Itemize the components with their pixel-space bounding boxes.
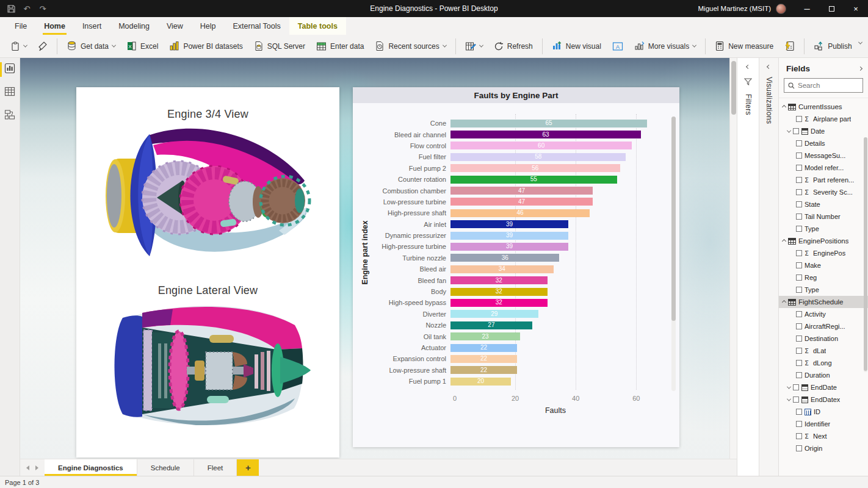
close-button[interactable]: × [844, 0, 868, 17]
field-next[interactable]: ΣNext [779, 430, 868, 442]
bar-actuator[interactable]: 22 [450, 344, 517, 352]
bar-expansion-control[interactable]: 22 [450, 355, 517, 363]
field-make[interactable]: Make [779, 259, 868, 271]
checkbox[interactable] [796, 262, 802, 268]
fields-table-fightschedule[interactable]: FightSchedule [779, 296, 868, 308]
bar-high-pressure-shaft[interactable]: 46 [450, 209, 590, 217]
bar-turbine-nozzle[interactable]: 36 [450, 254, 559, 262]
checkbox[interactable] [796, 165, 802, 171]
chevron-down-icon[interactable] [787, 396, 791, 401]
bar-high-speed-bypass[interactable]: 32 [450, 299, 548, 307]
sidebar-item-data-view[interactable] [0, 85, 20, 101]
checkbox[interactable] [793, 128, 799, 134]
bar-combustion-chamber[interactable]: 47 [450, 187, 593, 195]
field-tail-number[interactable]: Tail Number [779, 210, 868, 223]
more-visuals-button[interactable]: More visuals [629, 37, 701, 56]
field-destination[interactable]: Destination [779, 332, 868, 345]
field-enginepos[interactable]: ΣEnginePos [779, 247, 868, 259]
ribbon-tab-file[interactable]: File [6, 17, 35, 35]
chart-scrollbar[interactable] [671, 117, 676, 391]
canvas-scrollbar[interactable] [729, 58, 737, 459]
canvas-scrollbar-thumb[interactable] [731, 61, 736, 115]
checkbox[interactable] [796, 311, 802, 317]
field-enddatex[interactable]: EndDatex [779, 393, 868, 406]
chart-scrollbar-thumb[interactable] [671, 117, 676, 321]
checkbox[interactable] [796, 360, 802, 366]
checkbox[interactable] [796, 421, 802, 427]
transform-data-button[interactable] [460, 37, 488, 56]
checkbox[interactable] [796, 409, 802, 415]
checkbox[interactable] [796, 140, 802, 146]
bar-cone[interactable]: 65 [450, 120, 647, 127]
page-tab-fleet[interactable]: Fleet [194, 459, 237, 476]
bar-air-inlet[interactable]: 39 [450, 220, 568, 228]
format-painter-button[interactable] [32, 37, 53, 56]
bar-oil-tank[interactable]: 23 [450, 332, 520, 340]
field-type[interactable]: Type [779, 284, 868, 296]
checkbox[interactable] [796, 445, 802, 451]
field-origin[interactable]: Origin [779, 442, 868, 454]
bar-bleed-fan[interactable]: 32 [450, 276, 548, 284]
bar-fuel-pump-1[interactable]: 20 [450, 378, 511, 386]
field-reg[interactable]: Reg [779, 271, 868, 284]
save-icon[interactable] [6, 4, 16, 13]
chevron-down-icon[interactable] [787, 128, 791, 132]
checkbox[interactable] [793, 396, 799, 403]
bar-bleed-air[interactable]: 34 [450, 265, 554, 273]
page-tab-schedule[interactable]: Schedule [137, 459, 194, 476]
ribbon-tab-help[interactable]: Help [192, 17, 225, 35]
fields-search-input[interactable] [798, 82, 859, 89]
text-box-button[interactable]: A [607, 37, 629, 56]
enter-data-button[interactable]: Enter data [311, 37, 369, 56]
bar-flow-control[interactable]: 60 [450, 142, 632, 149]
checkbox[interactable] [796, 177, 802, 183]
ribbon-tab-external-tools[interactable]: External Tools [224, 17, 289, 35]
field-part-referen-[interactable]: ΣPart referen... [779, 174, 868, 186]
get-data-button[interactable]: Get data [61, 37, 121, 56]
field-dlong[interactable]: ΣdLong [779, 357, 868, 369]
page-next-icon[interactable] [35, 465, 38, 470]
chevron-up-icon[interactable] [782, 239, 786, 243]
field-airplane-part[interactable]: ΣAirplane part [779, 113, 868, 125]
bar-diverter[interactable]: 29 [450, 310, 538, 318]
power-bi-datasets-button[interactable]: Power BI datasets [164, 37, 248, 56]
field-details[interactable]: Details [779, 137, 868, 149]
redo-icon[interactable]: ↷ [38, 4, 48, 13]
field-duration[interactable]: Duration [779, 369, 868, 381]
publish-button[interactable]: Publish [808, 37, 857, 56]
chevron-up-icon[interactable] [782, 104, 786, 109]
bar-low-pressure-shaft[interactable]: 22 [450, 366, 517, 374]
checkbox[interactable] [796, 214, 802, 220]
checkbox[interactable] [796, 189, 802, 195]
filters-pane-collapsed[interactable]: Filters [737, 58, 759, 476]
ribbon-tab-view[interactable]: View [158, 17, 192, 35]
bar-low-pressure-turbine[interactable]: 47 [450, 198, 593, 206]
ribbon-tab-insert[interactable]: Insert [74, 17, 110, 35]
field-aircraftregi-[interactable]: AircraftRegi... [779, 320, 868, 332]
bar-high-pressure-turbine[interactable]: 39 [450, 243, 568, 251]
visual-faults-chart[interactable]: Faults by Engine Part Engine part index … [353, 87, 679, 447]
visualizations-pane-collapsed[interactable]: Visualizations [759, 58, 778, 476]
bar-counter-rotation[interactable]: 55 [450, 176, 617, 184]
field-activity[interactable]: Activity [779, 308, 868, 320]
new-page-button[interactable]: + [237, 459, 259, 476]
sql-server-button[interactable]: SQL Server [248, 37, 311, 56]
bar-fuel-filter[interactable]: 58 [450, 153, 626, 161]
bar-bleed-air-channel[interactable]: 63 [450, 131, 641, 138]
bar-body[interactable]: 32 [450, 288, 548, 296]
checkbox[interactable] [796, 372, 802, 378]
user-name[interactable]: Miguel Martinez (MSIT) [698, 5, 772, 12]
field-enddate[interactable]: EndDate [779, 381, 868, 393]
checkbox[interactable] [796, 226, 802, 232]
bar-fuel-pump-2[interactable]: 56 [450, 164, 620, 172]
visual-engine-views[interactable]: Engine 3/4 View [76, 87, 339, 458]
field-state[interactable]: State [779, 198, 868, 210]
refresh-button[interactable]: Refresh [488, 37, 538, 56]
fields-table-enginepositions[interactable]: EnginePositions [779, 235, 868, 247]
page-tab-engine-diagnostics[interactable]: Engine Diagnostics [45, 459, 137, 476]
checkbox[interactable] [796, 323, 802, 329]
filters-expand-icon[interactable] [746, 65, 750, 69]
excel-button[interactable]: XExcel [121, 37, 164, 56]
new-visual-button[interactable]: New visual [546, 37, 607, 56]
checkbox[interactable] [796, 201, 802, 207]
